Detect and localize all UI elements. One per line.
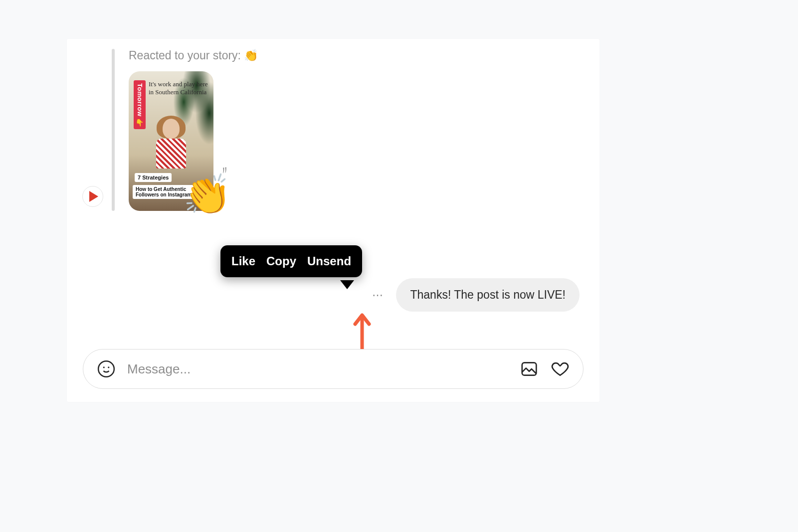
- story-sidebar-tag: Tomorrow 👇: [134, 80, 146, 129]
- play-icon: [89, 191, 98, 202]
- story-handwritten-text: It's work and play here in Southern Cali…: [149, 80, 209, 96]
- context-unsend-button[interactable]: Unsend: [307, 254, 351, 268]
- story-reaction-text: Reacted to your story:: [129, 49, 244, 62]
- outgoing-message-row: ⋯ Thanks! The post is now LIVE!: [370, 278, 580, 312]
- dm-conversation-window: Reacted to your story: 👏 It's work and p…: [67, 39, 599, 402]
- message-input[interactable]: [127, 361, 508, 377]
- svg-point-3: [108, 366, 109, 368]
- reply-rail: [112, 49, 115, 211]
- point-down-icon: 👇: [136, 119, 144, 128]
- emoji-picker-button[interactable]: [96, 359, 116, 379]
- story-sidebar-text: Tomorrow: [136, 83, 144, 117]
- outgoing-message-text: Thanks! The post is now LIVE!: [410, 288, 566, 301]
- story-reaction-label: Reacted to your story: 👏: [129, 49, 258, 62]
- svg-rect-4: [522, 362, 537, 375]
- message-composer: [83, 349, 584, 389]
- clap-emoji-large-icon: 👏: [183, 175, 231, 214]
- svg-point-1: [98, 361, 114, 377]
- attach-image-button[interactable]: [519, 359, 539, 379]
- outgoing-message-bubble[interactable]: Thanks! The post is now LIVE!: [396, 278, 580, 312]
- message-more-button[interactable]: ⋯: [370, 286, 387, 305]
- context-copy-button[interactable]: Copy: [266, 254, 296, 268]
- sender-avatar[interactable]: [82, 186, 103, 207]
- message-context-menu: Like Copy Unsend: [220, 245, 362, 277]
- like-heart-button[interactable]: [550, 359, 570, 379]
- svg-point-2: [103, 366, 105, 368]
- incoming-story-reaction: Reacted to your story: 👏 It's work and p…: [84, 49, 258, 211]
- context-like-button[interactable]: Like: [231, 254, 255, 268]
- story-overlay-chip-1: 7 Strategies: [135, 173, 172, 182]
- story-thumbnail-container[interactable]: It's work and play here in Southern Cali…: [129, 71, 213, 211]
- context-menu-tail: [340, 280, 354, 289]
- story-person: [154, 119, 189, 169]
- clap-emoji-icon: 👏: [244, 49, 258, 62]
